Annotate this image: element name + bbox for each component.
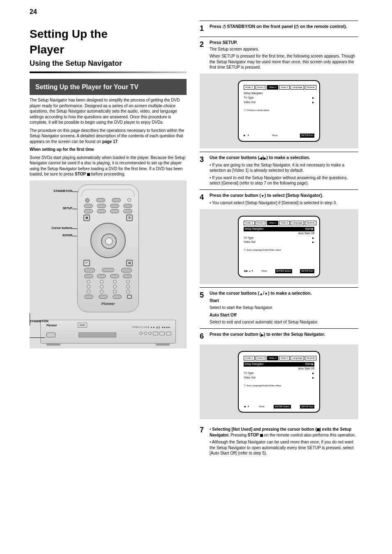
step-5: 5 Use the cursor buttons (▲/▼) to make a… xyxy=(200,287,358,325)
remote-rew xyxy=(97,274,106,278)
step-4-bullet: • You cannot select [Setup Navigator] if… xyxy=(210,200,358,206)
remote-power-button xyxy=(85,198,90,203)
when-block: When setting up for the first time Some … xyxy=(30,147,187,177)
step-1-title: Press STANDBY/ON on the front panel ( on… xyxy=(210,24,347,29)
remote-button xyxy=(112,198,121,202)
step-6-num: 6 xyxy=(200,331,207,341)
callout-line xyxy=(30,337,45,338)
tv-tab: Audio 1 xyxy=(244,85,255,90)
remote-button xyxy=(110,204,119,208)
step-3-num: 3 xyxy=(200,155,207,186)
tv-tab: Video 2 xyxy=(279,85,290,90)
tv-tab-selected: Video 1 xyxy=(267,85,278,90)
player-tray xyxy=(78,332,116,337)
down-arrow-icon: ▼ xyxy=(261,194,265,198)
player-btn xyxy=(139,332,143,335)
stop-icon xyxy=(260,434,263,437)
tv-tab: General xyxy=(305,85,316,90)
step-7-num: 7 xyxy=(200,425,207,456)
callout-standby: STANDBY/ON xyxy=(31,189,72,193)
remote-button xyxy=(84,204,93,208)
step-3-b1: • If you are going to use the Setup Navi… xyxy=(210,162,358,173)
step-4-num: 4 xyxy=(200,192,207,206)
player-btn xyxy=(148,332,152,335)
remote-top-menu: ▣ xyxy=(83,215,90,221)
left-arrow-icon: ◀ xyxy=(259,156,262,160)
remote-button xyxy=(97,209,106,213)
remote-stop xyxy=(84,268,95,272)
right-arrow-icon: ▶ xyxy=(261,333,264,337)
callout-player-standby: STANDBY/ON xyxy=(30,320,48,323)
title-divider xyxy=(30,72,187,73)
intro-p2-b: . xyxy=(118,139,119,144)
remote-button xyxy=(123,204,132,208)
step-3-b2: • If you want to exit the Setup Navigato… xyxy=(210,175,358,186)
remote-control-illustration: ▣ ☰ ↶ ▤ xyxy=(77,185,139,312)
callout-cursor: Cursor buttons xyxy=(31,226,72,230)
callout-setup: SETUP xyxy=(31,207,72,210)
player-logo: Pioneer xyxy=(46,323,57,327)
callout-enter: ENTER xyxy=(31,234,72,237)
player-panel-labels: OPEN/CLOSE ■ ▶ ❚❚ ◀◀ ▶▶ xyxy=(132,326,171,329)
step-7: 7 • Selecting [Not Used] and pressing th… xyxy=(200,422,358,456)
tv-tab: Audio 2 xyxy=(256,85,267,90)
tv-screen-2: Audio 1 Audio 2 Video 1 Video 2 Language… xyxy=(238,216,320,277)
player-btn xyxy=(166,332,171,335)
remote-button xyxy=(97,204,106,208)
step-3: 3 Use the cursor buttons (◀/▶) to make a… xyxy=(200,152,358,186)
step-2-title: Press SETUP. xyxy=(210,40,238,45)
stop-icon xyxy=(87,173,90,176)
stop-icon xyxy=(317,428,320,431)
title-line2: Player xyxy=(30,42,187,58)
up-arrow-icon: ▲ xyxy=(259,292,263,296)
remote-button xyxy=(84,295,93,299)
step-7-note: • Although the Setup Navigator can be us… xyxy=(210,439,358,456)
player-btn xyxy=(144,332,147,335)
step-7-title: • Selecting [Not Used] and pressing the … xyxy=(210,427,358,438)
step-5-title: Use the cursor buttons (▲/▼) to make a s… xyxy=(210,291,311,295)
section-heading: Setting Up the Player for Your TV xyxy=(30,79,187,95)
remote-next xyxy=(123,274,132,278)
remote-return: ↶ xyxy=(83,260,90,266)
step-1: 1 Press STANDBY/ON on the front panel ( … xyxy=(200,21,358,33)
remote-ff xyxy=(110,274,119,278)
remote-play xyxy=(102,268,114,272)
page-ref-17: page 17 xyxy=(102,139,118,144)
power-icon xyxy=(295,25,299,28)
step-5-num: 5 xyxy=(200,290,207,325)
step-2-sub: The Setup screen appears. xyxy=(210,46,358,52)
step-2: 2 Press SETUP. The Setup screen appears.… xyxy=(200,37,358,148)
remote-enter-button xyxy=(105,238,113,245)
intro-p1: The Setup Navigator has been designed to… xyxy=(30,97,187,125)
when-p1: Some DVDs start playing automatically wh… xyxy=(30,155,187,177)
player-btn xyxy=(159,332,165,335)
step-3-title: Use the cursor buttons (◀/▶) to make a s… xyxy=(210,155,310,160)
remote-setup-button xyxy=(84,209,93,213)
step-4: 4 Press the cursor button (▼) to select … xyxy=(200,189,358,284)
tv-screen-1: Audio 1 Audio 2 Video 1 Video 2 Language… xyxy=(238,80,320,142)
step-4-title: Press the cursor button (▼) to select [S… xyxy=(210,193,323,198)
callout-line xyxy=(30,313,30,325)
step-2-note: When SETUP is pressed for the first time… xyxy=(210,53,358,70)
title-subtitle: Using the Setup Navigator xyxy=(30,58,187,68)
player-unit-illustration: Pioneer DVD OPEN/CLOSE ■ ▶ ❚❚ ◀◀ ▶▶ xyxy=(40,320,176,344)
page-title-block: Setting Up the Player Using the Setup Na… xyxy=(30,26,187,73)
remote-button xyxy=(123,209,132,213)
intro-text: The Setup Navigator has been designed to… xyxy=(30,97,187,144)
remote-cursor-ring xyxy=(90,223,126,258)
down-arrow-icon: ▼ xyxy=(264,292,268,296)
remote-button xyxy=(113,295,122,299)
player-standby-button xyxy=(46,332,55,337)
remote-pause xyxy=(121,268,132,272)
step-2-num: 2 xyxy=(200,39,207,70)
tv-tab: Language xyxy=(291,85,304,90)
remote-button xyxy=(99,295,108,299)
remote-prev xyxy=(84,274,93,278)
player-btn xyxy=(153,332,158,335)
tv-screen-3: Audio 1 Audio 2 Video 1 Video 2 Language… xyxy=(238,351,320,413)
remote-button xyxy=(127,198,131,202)
step-6: 6 Press the cursor button (▶) to enter t… xyxy=(200,328,358,419)
step-6-title: Press the cursor button (▶) to enter the… xyxy=(210,332,325,337)
power-icon xyxy=(223,25,226,28)
title-line1: Setting Up the xyxy=(30,26,187,42)
